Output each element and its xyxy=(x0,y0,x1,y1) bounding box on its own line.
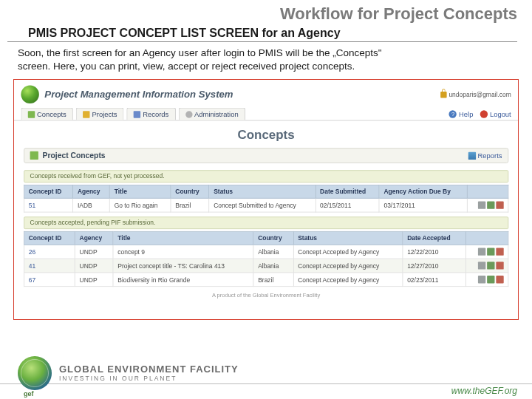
table-row: 26 UNDP concept 9 Albania Concept Accept… xyxy=(24,245,508,259)
logout-link[interactable]: Logout xyxy=(480,111,511,118)
link-label: Logout xyxy=(490,111,511,118)
print-icon[interactable] xyxy=(478,248,485,256)
cell-country: Brazil xyxy=(171,199,209,213)
projects-icon xyxy=(83,111,89,117)
cell-accepted: 12/22/2010 xyxy=(403,245,466,259)
tab-concepts[interactable]: Concepts xyxy=(21,108,73,120)
cell-actions xyxy=(468,199,508,213)
tab-label: Projects xyxy=(92,111,117,118)
tab-label: Records xyxy=(143,111,168,118)
edit-icon[interactable] xyxy=(496,248,503,256)
org-name: GLOBAL ENVIRONMENT FACILITY xyxy=(59,364,239,374)
tab-records[interactable]: Records xyxy=(127,108,176,120)
col-agency: Agency xyxy=(75,232,113,245)
link-label: Help xyxy=(459,111,473,118)
edit-icon[interactable] xyxy=(496,276,503,284)
tab-projects[interactable]: Projects xyxy=(76,108,124,120)
col-country: Country xyxy=(253,232,293,245)
folder-icon xyxy=(30,151,38,160)
cell-country: Albania xyxy=(253,245,293,259)
table-unprocessed: Concept ID Agency Title Country Status D… xyxy=(24,185,508,213)
cell-title: Project concept title - TS: Carolina 413 xyxy=(113,259,253,273)
col-id: Concept ID xyxy=(24,185,73,199)
cell-title: concept 9 xyxy=(113,245,253,259)
cell-agency: UNDP xyxy=(75,273,113,287)
col-status: Status xyxy=(293,232,403,245)
col-agency: Agency xyxy=(73,185,110,199)
cell-submitted: 02/15/2011 xyxy=(316,199,379,213)
view-icon[interactable] xyxy=(487,276,494,284)
section-heading: PMIS PROJECT CONCEPT LIST SCREEN for an … xyxy=(7,25,517,42)
cell-id[interactable]: 41 xyxy=(24,259,75,273)
org-short: gef xyxy=(24,390,34,398)
cell-status: Concept Accepted by Agency xyxy=(293,245,403,259)
footer-url: www.theGEF.org xyxy=(451,386,517,396)
print-icon[interactable] xyxy=(478,262,485,270)
cell-accepted: 02/23/2011 xyxy=(403,273,466,287)
user-email: undoparis@gmail.com xyxy=(449,91,511,98)
app-footer-note: A product of the Global Environment Faci… xyxy=(14,287,518,302)
slide-body-text: Soon, the first screen for an Agency use… xyxy=(0,47,414,79)
table2-caption: Concepts accepted, pending PIF submissio… xyxy=(24,217,508,230)
cell-id[interactable]: 26 xyxy=(24,245,75,259)
panel-title: Project Concepts xyxy=(43,151,106,160)
col-actions xyxy=(466,232,508,245)
slide-title: Workflow for Project Concepts xyxy=(0,0,532,25)
cell-agency: UNDP xyxy=(75,245,113,259)
help-icon: ? xyxy=(449,111,457,118)
reports-icon xyxy=(468,152,475,160)
cell-country: Brazil xyxy=(253,273,293,287)
logout-icon xyxy=(480,111,488,118)
gef-globe-icon xyxy=(18,356,52,390)
help-link[interactable]: ?Help xyxy=(449,111,474,118)
gef-globe-icon xyxy=(21,86,38,103)
cell-status: Concept Submitted to Agency xyxy=(209,199,316,213)
print-icon[interactable] xyxy=(478,202,485,209)
link-label: Reports xyxy=(478,152,502,160)
edit-icon[interactable] xyxy=(496,262,503,270)
view-icon[interactable] xyxy=(487,202,494,209)
col-id: Concept ID xyxy=(24,232,75,245)
view-icon[interactable] xyxy=(487,262,494,270)
col-accepted: Date Accepted xyxy=(403,232,466,245)
page-heading: Concepts xyxy=(14,121,518,149)
cell-actions xyxy=(466,245,508,259)
cell-actions xyxy=(466,259,508,273)
lock-icon xyxy=(440,92,446,98)
concepts-icon xyxy=(28,111,35,117)
panel-header: Project Concepts Reports xyxy=(24,149,508,164)
pmis-app-screenshot: Project Management Information System un… xyxy=(13,79,519,320)
gef-logo: GLOBAL ENVIRONMENT FACILITY INVESTING IN… xyxy=(18,356,239,390)
user-info: undoparis@gmail.com xyxy=(440,91,511,98)
cell-id[interactable]: 51 xyxy=(24,199,73,213)
slide-footer: GLOBAL ENVIRONMENT FACILITY INVESTING IN… xyxy=(0,352,532,399)
cell-id[interactable]: 67 xyxy=(24,273,75,287)
cell-due: 03/17/2011 xyxy=(379,199,467,213)
cell-agency: UNDP xyxy=(75,259,113,273)
col-due: Agency Action Due By xyxy=(379,185,467,199)
org-tagline: INVESTING IN OUR PLANET xyxy=(59,375,239,382)
cell-status: Concept Accepted by Agency xyxy=(293,273,403,287)
tab-administration[interactable]: Administration xyxy=(178,108,245,120)
col-status: Status xyxy=(209,185,316,199)
cell-status: Concept Accepted by Agency xyxy=(293,259,403,273)
cell-title: Go to Rio again xyxy=(110,199,171,213)
table-accepted: Concept ID Agency Title Country Status D… xyxy=(24,231,508,287)
table-row: 67 UNDP Biodiversity in Rio Grande Brazi… xyxy=(24,273,508,287)
reports-link[interactable]: Reports xyxy=(468,152,502,160)
col-country: Country xyxy=(171,185,209,199)
cell-accepted: 12/27/2010 xyxy=(403,259,466,273)
col-title: Title xyxy=(113,232,253,245)
col-submitted: Date Submitted xyxy=(316,185,379,199)
cell-actions xyxy=(466,273,508,287)
main-tabs: Concepts Projects Records Administration… xyxy=(14,108,518,121)
col-actions xyxy=(468,185,508,199)
table-row: 41 UNDP Project concept title - TS: Caro… xyxy=(24,259,508,273)
admin-icon xyxy=(185,111,192,117)
table-row: 51 IADB Go to Rio again Brazil Concept S… xyxy=(24,199,508,213)
app-title: Project Management Information System xyxy=(44,89,233,100)
records-icon xyxy=(134,111,140,117)
edit-icon[interactable] xyxy=(496,202,503,209)
view-icon[interactable] xyxy=(487,248,494,256)
print-icon[interactable] xyxy=(478,276,485,284)
